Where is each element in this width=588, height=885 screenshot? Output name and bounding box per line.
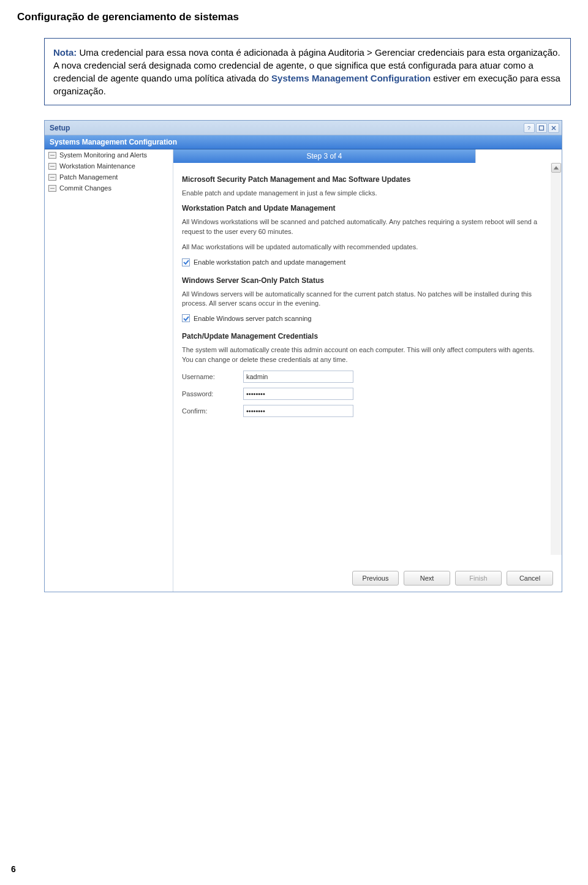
username-label: Username: — [182, 373, 243, 380]
note-label: Nota: — [53, 47, 77, 58]
password-input[interactable] — [243, 388, 353, 400]
cancel-button[interactable]: Cancel — [507, 571, 553, 586]
step-indicator: Step 3 of 4 — [173, 149, 562, 163]
block-workstation-text2: All Mac workstations will be updated aut… — [182, 243, 540, 252]
next-button[interactable]: Next — [404, 571, 450, 586]
svg-text:?: ? — [527, 125, 530, 131]
password-label: Password: — [182, 390, 243, 397]
checkbox-workstation[interactable] — [182, 258, 190, 266]
finish-button[interactable]: Finish — [455, 571, 502, 586]
sidebar-item-commit[interactable]: Commit Changes — [45, 183, 173, 194]
username-input[interactable] — [243, 371, 353, 383]
note-smc: Systems Management Configuration — [271, 73, 431, 83]
checkbox-server-label: Enable Windows server patch scanning — [194, 315, 312, 322]
sidebar-item-maintenance[interactable]: Workstation Maintenance — [45, 160, 173, 171]
sidebar: System Monitoring and Alerts Workstation… — [45, 149, 173, 592]
sidebar-item-label: Patch Management — [59, 173, 118, 181]
checkbox-server[interactable] — [182, 314, 190, 322]
sidebar-item-label: System Monitoring and Alerts — [59, 151, 147, 159]
note-box: Nota: Uma credencial para essa nova cont… — [44, 38, 571, 105]
confirm-label: Confirm: — [182, 407, 243, 415]
list-icon — [48, 174, 56, 181]
block-server-title: Windows Server Scan-Only Patch Status — [182, 276, 540, 285]
step-empty — [476, 149, 562, 163]
block-ms-text: Enable patch and update management in ju… — [182, 189, 540, 198]
list-icon — [48, 185, 56, 192]
window-titlebar: Setup ? — [45, 121, 562, 135]
confirm-input[interactable] — [243, 405, 353, 417]
titlebar-controls: ? — [524, 123, 559, 133]
sidebar-item-monitoring[interactable]: System Monitoring and Alerts — [45, 149, 173, 160]
scroll-up-icon[interactable] — [551, 163, 561, 173]
wizard-buttons: Previous Next Finish Cancel — [352, 571, 553, 586]
window-title: Setup — [50, 124, 70, 132]
checkbox-workstation-label: Enable workstation patch and update mana… — [194, 258, 345, 266]
block-workstation-title: Workstation Patch and Update Management — [182, 204, 540, 213]
page-number: 6 — [11, 864, 16, 874]
block-workstation-text1: All Windows workstations will be scanned… — [182, 217, 540, 236]
block-ms-title: Microsoft Security Patch Management and … — [182, 175, 540, 184]
sidebar-item-label: Commit Changes — [59, 184, 111, 192]
setup-window: Setup ? Systems Management Configuration… — [44, 120, 562, 592]
help-icon[interactable]: ? — [524, 123, 535, 133]
section-header: Systems Management Configuration — [45, 135, 562, 149]
block-cred-text: The system will automatically create thi… — [182, 345, 540, 364]
previous-button[interactable]: Previous — [352, 571, 399, 586]
list-icon — [48, 152, 56, 159]
maximize-icon[interactable] — [536, 123, 547, 133]
step-label: Step 3 of 4 — [173, 149, 476, 163]
block-cred-title: Patch/Update Management Credentials — [182, 332, 540, 341]
svg-rect-1 — [540, 126, 544, 130]
close-icon[interactable] — [548, 123, 559, 133]
sidebar-item-label: Workstation Maintenance — [59, 162, 135, 170]
block-server-text: All Windows servers will be automaticall… — [182, 290, 540, 309]
sidebar-item-patch[interactable]: Patch Management — [45, 171, 173, 183]
list-icon — [48, 163, 56, 170]
page-title: Configuração de gerenciamento de sistema… — [17, 11, 571, 23]
scroll-area: Microsoft Security Patch Management and … — [173, 163, 562, 555]
wizard-content: Step 3 of 4 Microsoft Security Patch Man… — [173, 149, 562, 592]
